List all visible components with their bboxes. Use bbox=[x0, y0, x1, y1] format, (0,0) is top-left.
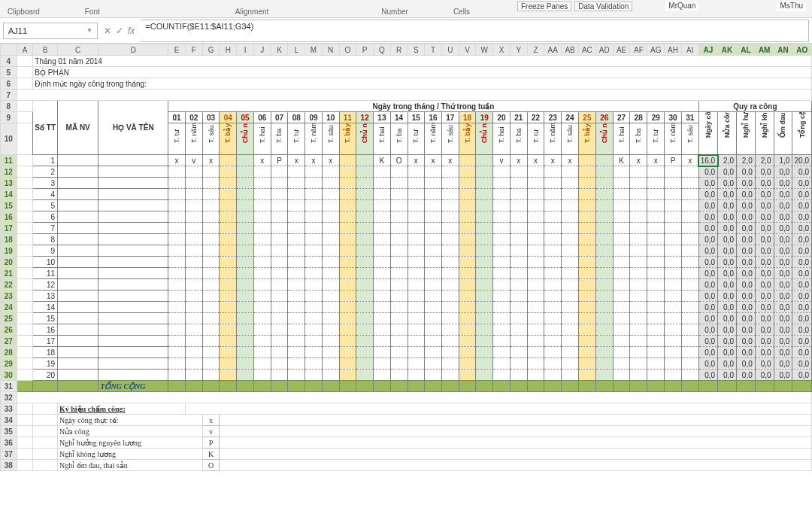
attendance-cell[interactable] bbox=[168, 358, 186, 370]
column-header[interactable]: K bbox=[271, 44, 288, 56]
row-header[interactable]: 5 bbox=[1, 67, 17, 78]
attendance-cell[interactable] bbox=[220, 166, 237, 178]
attendance-cell[interactable] bbox=[425, 302, 442, 313]
row-header[interactable]: 12 bbox=[1, 166, 17, 178]
stt-cell[interactable]: 6 bbox=[33, 211, 58, 223]
attendance-cell[interactable] bbox=[305, 178, 323, 189]
attendance-cell[interactable] bbox=[202, 324, 220, 336]
attendance-cell[interactable] bbox=[339, 358, 356, 370]
attendance-cell[interactable] bbox=[647, 324, 665, 336]
attendance-cell[interactable] bbox=[441, 291, 459, 302]
attendance-cell[interactable]: x bbox=[562, 155, 579, 166]
attendance-cell[interactable] bbox=[339, 200, 356, 211]
attendance-cell[interactable] bbox=[390, 257, 408, 268]
row-header[interactable]: 36 bbox=[1, 437, 17, 449]
name-cell[interactable] bbox=[98, 347, 168, 358]
attendance-cell[interactable] bbox=[356, 291, 374, 302]
attendance-cell[interactable] bbox=[339, 178, 356, 189]
attendance-cell[interactable] bbox=[271, 257, 288, 268]
row-header[interactable]: 10 bbox=[1, 123, 17, 155]
attendance-cell[interactable] bbox=[476, 347, 493, 358]
attendance-cell[interactable] bbox=[253, 336, 271, 347]
manv-cell[interactable] bbox=[58, 166, 98, 178]
formula-input[interactable]: =COUNTIF($E11:$AI11;G34) bbox=[141, 20, 809, 42]
attendance-cell[interactable] bbox=[493, 268, 511, 279]
attendance-cell[interactable] bbox=[510, 302, 527, 313]
name-cell[interactable] bbox=[98, 166, 168, 178]
attendance-cell[interactable] bbox=[374, 324, 391, 336]
stt-cell[interactable]: 3 bbox=[33, 178, 58, 189]
attendance-cell[interactable] bbox=[185, 189, 202, 200]
stt-cell[interactable]: 8 bbox=[33, 234, 58, 245]
attendance-cell[interactable] bbox=[202, 234, 220, 245]
attendance-cell[interactable] bbox=[613, 245, 630, 257]
attendance-cell[interactable] bbox=[425, 313, 442, 324]
attendance-cell[interactable]: x bbox=[168, 155, 186, 166]
attendance-cell[interactable] bbox=[647, 358, 665, 370]
attendance-cell[interactable] bbox=[595, 257, 613, 268]
attendance-cell[interactable] bbox=[647, 257, 665, 268]
stt-cell[interactable]: 15 bbox=[33, 313, 58, 324]
row-header[interactable]: 24 bbox=[1, 302, 17, 313]
attendance-cell[interactable]: x bbox=[202, 155, 220, 166]
attendance-cell[interactable] bbox=[237, 324, 254, 336]
attendance-cell[interactable] bbox=[681, 336, 698, 347]
attendance-cell[interactable] bbox=[271, 291, 288, 302]
attendance-cell[interactable] bbox=[253, 268, 271, 279]
summary-cell[interactable]: 0,0 bbox=[755, 302, 774, 313]
column-header[interactable]: AO bbox=[792, 44, 812, 56]
attendance-cell[interactable] bbox=[408, 268, 425, 279]
summary-cell[interactable]: 0,0 bbox=[755, 313, 774, 324]
attendance-cell[interactable] bbox=[374, 279, 391, 291]
attendance-cell[interactable] bbox=[390, 223, 408, 234]
attendance-cell[interactable] bbox=[595, 155, 613, 166]
summary-cell[interactable]: 0,0 bbox=[736, 189, 755, 200]
attendance-cell[interactable] bbox=[288, 347, 305, 358]
attendance-cell[interactable] bbox=[459, 166, 476, 178]
summary-cell[interactable]: 0,0 bbox=[792, 178, 812, 189]
attendance-cell[interactable] bbox=[168, 211, 186, 223]
summary-cell[interactable]: 0,0 bbox=[698, 257, 717, 268]
attendance-cell[interactable]: v bbox=[493, 155, 511, 166]
attendance-cell[interactable] bbox=[390, 279, 408, 291]
attendance-cell[interactable] bbox=[356, 200, 374, 211]
attendance-cell[interactable] bbox=[527, 234, 544, 245]
summary-cell[interactable]: 0,0 bbox=[755, 370, 774, 381]
attendance-cell[interactable] bbox=[356, 347, 374, 358]
attendance-cell[interactable] bbox=[356, 370, 374, 381]
attendance-cell[interactable] bbox=[168, 370, 186, 381]
attendance-cell[interactable] bbox=[441, 268, 459, 279]
attendance-cell[interactable] bbox=[441, 257, 459, 268]
attendance-cell[interactable] bbox=[339, 155, 356, 166]
attendance-cell[interactable] bbox=[441, 200, 459, 211]
attendance-cell[interactable] bbox=[356, 189, 374, 200]
row-header[interactable]: 14 bbox=[1, 189, 17, 200]
attendance-cell[interactable] bbox=[271, 336, 288, 347]
attendance-cell[interactable] bbox=[339, 279, 356, 291]
attendance-cell[interactable] bbox=[579, 358, 596, 370]
summary-cell[interactable]: 0,0 bbox=[792, 166, 812, 178]
attendance-cell[interactable] bbox=[322, 291, 339, 302]
attendance-cell[interactable] bbox=[237, 347, 254, 358]
attendance-cell[interactable] bbox=[390, 324, 408, 336]
attendance-cell[interactable] bbox=[579, 189, 596, 200]
attendance-cell[interactable] bbox=[339, 166, 356, 178]
summary-cell[interactable]: 0,0 bbox=[698, 189, 717, 200]
summary-cell[interactable]: 0,0 bbox=[698, 324, 717, 336]
attendance-cell[interactable] bbox=[647, 245, 665, 257]
name-cell[interactable] bbox=[98, 155, 168, 166]
row-header[interactable]: 16 bbox=[1, 211, 17, 223]
attendance-cell[interactable] bbox=[613, 370, 630, 381]
column-header[interactable]: H bbox=[220, 44, 237, 56]
manv-cell[interactable] bbox=[58, 358, 98, 370]
attendance-cell[interactable] bbox=[681, 358, 698, 370]
attendance-cell[interactable] bbox=[220, 313, 237, 324]
attendance-cell[interactable] bbox=[493, 336, 511, 347]
column-header[interactable]: U bbox=[441, 44, 459, 56]
row-header[interactable]: 17 bbox=[1, 223, 17, 234]
name-cell[interactable] bbox=[98, 324, 168, 336]
attendance-cell[interactable] bbox=[220, 189, 237, 200]
attendance-cell[interactable] bbox=[237, 313, 254, 324]
name-box[interactable]: AJ11 ▼ bbox=[3, 23, 98, 39]
column-header[interactable]: AC bbox=[579, 44, 596, 56]
